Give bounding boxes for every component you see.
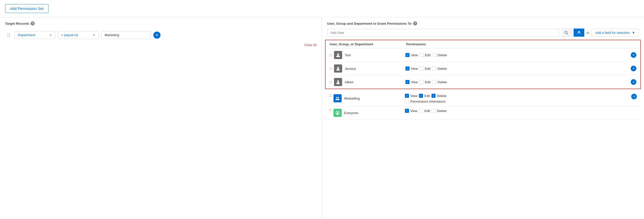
delete-checkbox[interactable] — [432, 80, 436, 84]
grant-permissions-help-icon[interactable]: ? — [413, 21, 417, 25]
user-info: Everyone — [333, 109, 405, 117]
search-icon — [564, 31, 568, 35]
view-label: View — [411, 80, 418, 84]
drag-dot — [330, 81, 330, 82]
person-icon — [336, 80, 340, 84]
user-name: Marketting — [344, 97, 360, 100]
clear-all-row: Clear All — [0, 42, 322, 48]
add-permission-button[interactable]: Add Permission Set — [5, 4, 48, 13]
permissions-with-inherit: View Edit Delete — [405, 94, 629, 103]
permissions-row: View Edit Delete — [405, 94, 629, 98]
delete-checkbox[interactable] — [432, 66, 436, 71]
view-label: View — [410, 109, 417, 113]
delete-permission: Delete — [432, 53, 447, 57]
delete-checkbox[interactable] — [431, 94, 436, 98]
row-drag-handle[interactable] — [330, 67, 332, 70]
grant-permissions-title: User, Group and Department to Grant Perm… — [322, 21, 644, 29]
search-button[interactable] — [561, 29, 572, 37]
edit-checkbox[interactable] — [419, 109, 423, 113]
inherit-label: Permissions inheritance — [410, 100, 445, 103]
delete-label: Delete — [437, 53, 447, 57]
permissions-row: View Edit Delete — [405, 53, 628, 57]
delete-label: Delete — [437, 109, 447, 113]
drag-dot — [331, 110, 331, 111]
view-permission: View — [405, 53, 418, 57]
add-user-input[interactable] — [327, 29, 559, 37]
view-checkbox[interactable] — [405, 109, 409, 113]
drag-dot — [331, 96, 331, 97]
delete-checkbox[interactable] — [431, 109, 436, 113]
drag-dot — [330, 54, 330, 55]
view-checkbox[interactable] — [405, 80, 410, 84]
row-drag-handle[interactable] — [329, 109, 331, 111]
view-permission: View — [405, 109, 417, 113]
clear-all-button[interactable]: Clear All — [304, 43, 317, 47]
view-checkbox[interactable] — [405, 94, 409, 98]
inherit-checkbox[interactable] — [405, 99, 409, 103]
permissions-col-header: Permissions — [406, 42, 636, 46]
drag-dot — [331, 67, 332, 68]
remove-row-button[interactable]: × — [631, 52, 636, 58]
edit-permission: Edit — [419, 53, 430, 57]
or-label: or — [586, 31, 589, 35]
drag-dot — [329, 110, 330, 111]
main-content: Target Records ? — [0, 17, 644, 219]
add-filter-button[interactable]: + — [153, 32, 160, 39]
row-drag-handle[interactable] — [330, 54, 332, 56]
user-name: Albert — [345, 80, 353, 84]
user-icon — [577, 31, 581, 35]
operator-select[interactable]: = (equal to) ▼ — [58, 31, 99, 39]
user-info: Tom — [334, 51, 405, 59]
edit-checkbox[interactable] — [419, 53, 424, 57]
view-checkbox[interactable] — [405, 53, 410, 57]
delete-label: Delete — [437, 94, 447, 98]
remove-row-button[interactable]: × — [631, 66, 636, 71]
drag-handle[interactable] — [8, 33, 10, 37]
drag-dot — [331, 94, 331, 95]
marketting-perms-area: View Edit Delete — [405, 94, 629, 103]
add-field-button[interactable]: Add a field for selection ▼ — [591, 29, 639, 37]
user-name: Jessica — [345, 67, 356, 71]
left-panel: Target Records ? — [0, 17, 322, 219]
user-info: Marketting — [333, 94, 405, 102]
avatar — [334, 78, 342, 86]
table-row: Tom View Edit Delete — [326, 48, 640, 62]
drag-dot — [9, 35, 10, 35]
drag-dot — [8, 33, 8, 34]
table-row: Jessica View Edit Delete — [326, 62, 640, 75]
drag-dot — [331, 109, 331, 110]
edit-label: Edit — [424, 109, 430, 113]
normal-permissions-table: Marketting View Edit — [325, 91, 641, 120]
view-label: View — [411, 67, 418, 71]
svg-point-9 — [337, 112, 338, 113]
filter-row: Department ▼ = (equal to) ▼ + — [0, 29, 322, 42]
user-group-col-header: User, Group, or Department — [330, 42, 406, 46]
edit-permission: Edit — [419, 109, 430, 113]
person-icon — [336, 66, 340, 71]
edit-checkbox[interactable] — [419, 66, 424, 71]
edit-checkbox[interactable] — [419, 94, 423, 98]
person-icon — [336, 53, 340, 57]
edit-permission: Edit — [419, 94, 430, 98]
edit-checkbox[interactable] — [419, 80, 424, 84]
svg-point-3 — [337, 53, 339, 55]
filter-value-input[interactable] — [101, 31, 151, 39]
delete-permission: Delete — [431, 109, 447, 113]
delete-permission: Delete — [431, 94, 447, 98]
view-label: View — [411, 53, 418, 57]
svg-point-2 — [578, 31, 580, 33]
delete-checkbox[interactable] — [432, 53, 436, 57]
row-drag-handle[interactable] — [329, 94, 331, 97]
remove-row-button[interactable]: × — [631, 94, 637, 99]
permissions-table-header: User, Group, or Department Permissions — [326, 40, 640, 48]
highlighted-permissions-table: User, Group, or Department Permissions — [325, 40, 641, 89]
field-select[interactable]: Department ▼ — [15, 31, 55, 39]
target-records-help-icon[interactable]: ? — [31, 21, 35, 25]
view-checkbox[interactable] — [405, 66, 410, 71]
svg-line-1 — [567, 33, 568, 34]
row-drag-handle[interactable] — [330, 81, 332, 83]
delete-label: Delete — [437, 80, 447, 84]
drag-dot — [331, 69, 332, 70]
user-icon-button[interactable] — [574, 29, 584, 37]
remove-row-button[interactable]: × — [631, 79, 636, 85]
